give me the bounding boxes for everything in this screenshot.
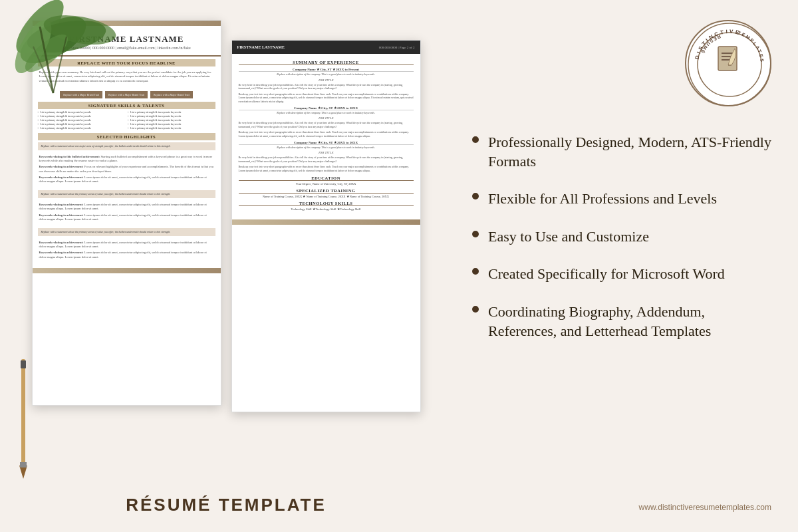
resume-top-section: FIRSTNAME LASTNAME City, State 00000 | 0… [33,26,221,57]
resume-highlights-body-3: Keywords relating to achievement: Lorem … [33,238,221,264]
feature-text-3: Easy to Use and Customize [488,227,649,247]
resume-highlights-section: SELECTED HIGHLIGHTS [38,133,215,140]
resumes-container: FIRSTNAME LASTNAME City, State 00000 | 0… [12,20,441,412]
resume2-body-3b: Break up your text into very short parag… [239,165,414,172]
resume2-company-3: Company Name ★ City, ST ★ 20XX to 20XX [239,140,414,145]
feature-item-1: Professionally Designed, Modern, ATS-Fri… [472,133,771,171]
brand-btn-2: Replace with a Major Brand Trait [105,91,148,98]
bottom-title-container: RÉSUMÉ TEMPLATE [0,495,452,515]
resume-highlights-body-2: Keywords relating to achievement: Lorem … [33,200,221,226]
resume-headline-section: REPLACE WITH YOUR FOCUS HEADLINE [38,59,215,66]
resume2-company2-desc: Replace with description of the company.… [239,111,414,115]
resume2-jobtitle-1: JOB TITLE [239,78,414,82]
brand-btn-1: Replace with a Major Brand Trait [60,91,102,98]
resume-skills-cols: List a primary strength & incorporate ke… [33,110,221,130]
right-section: DISTINCTIVE RÉSUMÉ TEMPLATES [452,0,798,532]
website-url: www.distinctiveresumetemplates.com [472,489,771,512]
resume-body-summary: Replace with your own summary. Be very b… [33,68,221,88]
highlight-bullet-4: Keywords relating to achievement: Lorem … [39,203,214,211]
highlight-intro-1: Replace with a statement about one major… [41,144,212,148]
resume2-company-2: Company Name ★ City, ST ★ 20XX to 20XX [239,106,414,110]
feature-bullet-1 [472,136,479,143]
logo-container: DISTINCTIVE RÉSUMÉ TEMPLATES [472,20,771,106]
main-container: FIRSTNAME LASTNAME City, State 00000 | 0… [0,0,798,532]
skill-5: List a primary strength & incorporate ke… [38,126,126,130]
resume-card-page2: FIRSTNAME LASTNAME 000.000.0000 | Page 2… [231,40,421,412]
resume-card-page1: FIRSTNAME LASTNAME City, State 00000 | 0… [32,20,221,406]
resume-skills-col-right: List a primary strength & incorporate ke… [128,110,215,130]
resume-highlights-body-1: Keywords relating to this bulleted achie… [33,152,221,189]
features-list: Professionally Designed, Modern, ATS-Fri… [472,133,771,489]
left-section: FIRSTNAME LASTNAME City, State 00000 | 0… [0,0,452,532]
highlight-bullet-7: Keywords relating to achievement: Lorem … [39,251,214,259]
feature-bullet-5 [472,306,479,313]
resume-footer-bar [33,268,221,273]
resume-highlight-box-3: Replace with a statement about the prima… [38,228,215,236]
resume2-edu-title: EDUCATION [239,176,414,181]
highlight-bullet-1: Keywords relating to this bulleted achie… [39,155,214,164]
resume2-training-title: SPECIALIZED TRAINING [239,188,414,194]
resume-contact: City, State 00000 | 000.000.0000 | email… [42,46,211,50]
resume2-footer-bar [232,219,420,225]
resume2-body-2: Be very brief in describing your job res… [239,121,414,128]
feature-bullet-4 [472,268,479,275]
resume-skills-section: SIGNATURE SKILLS & TALENTS [38,102,215,109]
resume2-body-2b: Break up your text into very short parag… [239,130,414,138]
resume-skills-col-left: List a primary strength & incorporate ke… [38,110,126,130]
svg-rect-9 [21,359,25,466]
feature-item-4: Created Specifically for Microsoft Word [472,265,771,284]
resume2-body: SUMMARY OF EXPERIENCE Company Name ★ Cit… [232,54,420,215]
pen-decoration [13,359,33,492]
feature-text-4: Created Specifically for Microsoft Word [488,265,725,284]
resume2-company-1: Company Name ★ City, ST ★ 20XX to Presen… [239,67,414,72]
resume-highlight-box-1: Replace with a statement about one major… [38,142,215,150]
website-text: www.distinctiveresumetemplates.com [472,503,771,512]
resume-brand-buttons: Replace with a Major Brand Trait Replace… [33,91,221,98]
resume2-body-3: Be very brief in describing your job res… [239,156,414,163]
highlight-intro-2: Replace with a statement about the prima… [41,192,212,196]
resume2-name: FIRSTNAME LASTNAME [237,45,285,49]
svg-rect-12 [21,360,26,368]
resume-header-bar [33,21,221,26]
feature-item-2: Flexible for All Professions and Levels [472,190,771,209]
resume2-company1-desc: Replace with description of the company.… [239,72,414,76]
feature-bullet-2 [472,193,479,200]
brand-btn-3: Replace with a Major Brand Trait [150,91,193,98]
highlight-bullet-3: Keywords relating to achievement: Lorem … [39,176,214,184]
resume2-tech-text: Technology Skill ★ Technology Skill ★ Te… [239,207,414,211]
resume2-header: FIRSTNAME LASTNAME 000.000.0000 | Page 2… [232,41,420,54]
feature-text-1: Professionally Designed, Modern, ATS-Fri… [488,133,771,171]
resume-highlight-box-2: Replace with a statement about the prima… [38,190,215,198]
bottom-title-text: RÉSUMÉ TEMPLATE [0,495,452,515]
resume2-section-title: SUMMARY OF EXPERIENCE [239,60,414,65]
resume2-company3-desc: Replace with description of the company.… [239,146,414,150]
resume2-jobtitle-2: JOB TITLE [239,116,414,120]
resume2-training-text: Name of Training Course, 20XX ★ Name of … [239,195,414,198]
feature-item-3: Easy to Use and Customize [472,227,771,247]
skill-r5: List a primary strength & incorporate ke… [128,126,215,130]
feature-text-5: Coordinating Biography, Addendum, Refere… [488,303,771,340]
highlight-bullet-5: Keywords relating to achievement: Lorem … [39,213,214,222]
resume2-tech-title: TECHNOLOGY SKILLS [239,201,414,206]
resume2-page: 000.000.0000 | Page 2 of 2 [379,46,415,49]
logo-circle: DISTINCTIVE RÉSUMÉ TEMPLATES [685,20,771,106]
highlight-bullet-2: Keywords relating to achievement: Focus … [39,165,214,174]
resume2-body-1: Be very brief in describing your job res… [239,83,414,90]
resume2-edu-degree: Your Degree, Name of University, City, S… [239,182,414,186]
resume2-jobtitle-3: JOB TITLE [239,151,414,154]
resume-name: FIRSTNAME LASTNAME [42,34,211,45]
highlight-intro-3: Replace with a statement about the prima… [41,230,212,234]
resume-summary-text: Replace with your own summary. Be very b… [39,70,214,83]
feature-item-5: Coordinating Biography, Addendum, Refere… [472,303,771,340]
feature-text-2: Flexible for All Professions and Levels [488,190,717,209]
feature-bullet-3 [472,231,479,237]
resume2-body-1b: Break up your text into very short parag… [239,92,414,104]
highlight-bullet-6: Keywords relating to achievement: Lorem … [39,241,214,249]
svg-rect-11 [20,462,27,467]
